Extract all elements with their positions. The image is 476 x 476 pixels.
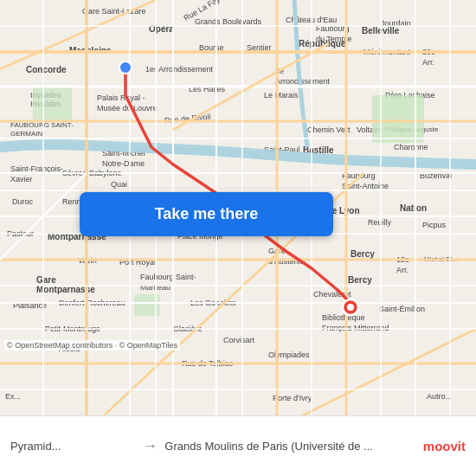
svg-point-38 [347, 304, 354, 311]
bottom-bar: Pyramid... → Grands Moulins de Paris (Un… [0, 415, 476, 476]
svg-point-36 [119, 61, 132, 74]
origin-section: Pyramid... [10, 440, 135, 453]
origin-label: Pyramid... [10, 440, 61, 453]
destination-label: Grands Moulins de Paris (Université de .… [164, 440, 415, 453]
moovit-logo: moovit [423, 439, 466, 453]
svg-rect-1 [33, 87, 72, 121]
arrow-icon: → [142, 437, 158, 455]
moovit-brand-text: moovit [423, 439, 466, 453]
take-me-there-button[interactable]: Take me there [80, 192, 333, 236]
map-container: Gare Saint-Lazare Jourdain Opéra Grands … [0, 0, 476, 415]
osm-attribution: © OpenStreetMap contributors · © OpenMap… [4, 340, 180, 351]
svg-line-17 [0, 0, 156, 69]
